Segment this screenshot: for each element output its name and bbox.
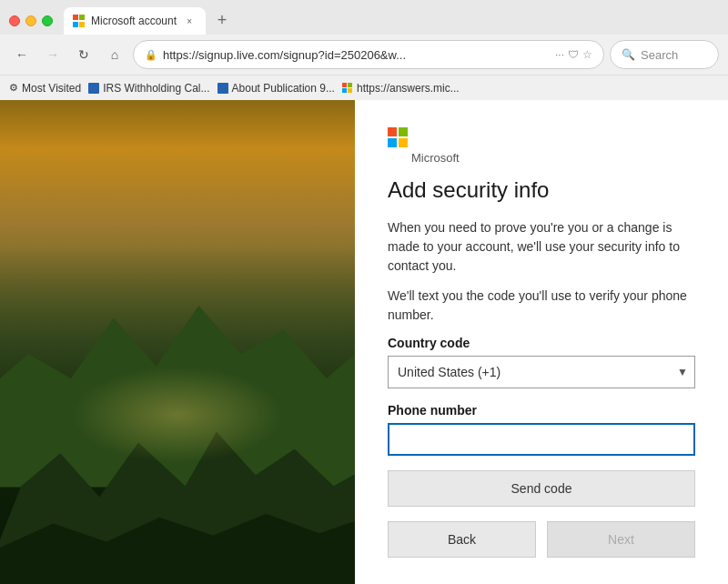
microsoft-wordmark: Microsoft xyxy=(411,151,695,165)
bookmark-most-visited[interactable]: ⚙ Most Visited xyxy=(9,82,81,95)
ms-logo-green xyxy=(399,127,408,136)
phone-label: Phone number xyxy=(388,403,695,418)
more-button[interactable]: ··· xyxy=(555,48,564,61)
bookmark-label: https://answers.mic... xyxy=(357,82,460,95)
traffic-lights xyxy=(9,15,53,26)
bookmark-irs[interactable]: IRS Withholding Cal... xyxy=(88,82,209,95)
close-window-button[interactable] xyxy=(9,15,20,26)
favicon-icon xyxy=(88,83,99,94)
bookmark-answers[interactable]: https://answers.mic... xyxy=(342,82,460,95)
minimize-window-button[interactable] xyxy=(25,15,36,26)
search-icon: 🔍 xyxy=(622,48,635,61)
background-landscape xyxy=(0,100,355,584)
bookmark-publication[interactable]: About Publication 9... xyxy=(217,82,335,95)
ms-logo-yellow xyxy=(399,138,408,147)
address-actions: ··· 🛡 ☆ xyxy=(555,48,592,61)
tab-close-button[interactable]: × xyxy=(182,14,197,28)
browser-chrome: Microsoft account × + ← → ↻ ⌂ 🔒 https://… xyxy=(0,0,728,584)
security-info-panel: Microsoft Add security info When you nee… xyxy=(355,100,728,584)
next-button: Next xyxy=(547,521,695,558)
bookmark-label: Most Visited xyxy=(22,82,81,95)
bookmarks-bar: ⚙ Most Visited IRS Withholding Cal... Ab… xyxy=(0,75,728,100)
country-code-label: Country code xyxy=(388,336,695,350)
shield-icon[interactable]: 🛡 xyxy=(568,48,579,61)
maximize-window-button[interactable] xyxy=(42,15,53,26)
country-code-field: Country code United States (+1) ▼ xyxy=(388,336,695,388)
search-input[interactable]: Search xyxy=(641,48,678,62)
gear-icon: ⚙ xyxy=(9,82,18,94)
back-button[interactable]: Back xyxy=(388,521,536,558)
bookmark-label: IRS Withholding Cal... xyxy=(103,82,209,95)
tab-title: Microsoft account xyxy=(91,15,177,27)
phone-input[interactable] xyxy=(388,423,695,456)
send-code-button[interactable]: Send code xyxy=(388,470,695,507)
url-text: https://signup.live.com/signup?id=250206… xyxy=(163,48,550,62)
new-tab-button[interactable]: + xyxy=(209,7,235,33)
tab-bar: Microsoft account × + xyxy=(64,7,719,35)
bottom-actions: Back Next xyxy=(388,521,695,558)
title-bar: Microsoft account × + xyxy=(0,0,728,35)
description-text-1: When you need to prove you're you or a c… xyxy=(388,218,695,276)
country-select-wrapper: United States (+1) ▼ xyxy=(388,356,695,388)
bookmark-label: About Publication 9... xyxy=(232,82,335,95)
phone-number-field: Phone number xyxy=(388,403,695,456)
city-lights xyxy=(71,367,284,463)
page-title: Add security info xyxy=(388,177,695,204)
active-tab[interactable]: Microsoft account × xyxy=(64,7,206,35)
forward-button[interactable]: → xyxy=(40,42,66,67)
ms-favicon-icon xyxy=(342,83,353,94)
main-content: Microsoft Add security info When you nee… xyxy=(0,100,728,584)
ms-logo-red xyxy=(388,127,397,136)
address-bar[interactable]: 🔒 https://signup.live.com/signup?id=2502… xyxy=(133,40,604,69)
description-text-2: We'll text you the code you'll use to ve… xyxy=(388,287,695,325)
microsoft-logo xyxy=(388,127,408,147)
favicon-icon xyxy=(217,83,228,94)
bookmark-star-icon[interactable]: ☆ xyxy=(582,48,592,61)
search-box[interactable]: 🔍 Search xyxy=(610,40,719,69)
nav-bar: ← → ↻ ⌂ 🔒 https://signup.live.com/signup… xyxy=(0,35,728,75)
back-button[interactable]: ← xyxy=(9,42,35,67)
home-button[interactable]: ⌂ xyxy=(102,42,127,67)
tab-favicon xyxy=(73,15,86,27)
refresh-button[interactable]: ↻ xyxy=(71,42,96,67)
lock-icon: 🔒 xyxy=(145,49,157,61)
country-code-select[interactable]: United States (+1) xyxy=(388,356,695,388)
ms-logo-blue xyxy=(388,138,397,147)
